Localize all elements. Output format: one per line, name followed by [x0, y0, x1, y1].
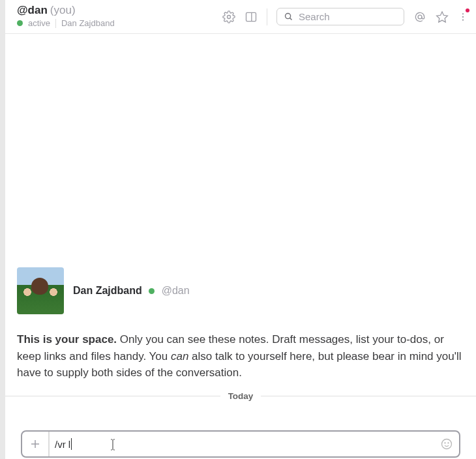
svg-point-9 [462, 19, 464, 20]
left-edge-strip [0, 0, 5, 459]
avatar [17, 267, 64, 314]
space-text-bold: This is your space. [17, 333, 117, 346]
app-frame: @dan (you) active Dan Zajdband Search [5, 0, 476, 459]
message-input-value: /vr l [55, 439, 70, 450]
space-text-italic: can [171, 350, 188, 363]
svg-point-13 [445, 443, 445, 443]
channel-header: @dan (you) active Dan Zajdband Search [5, 0, 476, 34]
search-icon [284, 12, 293, 22]
header-right: Search [222, 4, 468, 25]
mentions-icon[interactable] [413, 10, 426, 23]
message-area: Dan Zajdband @dan This is your space. On… [5, 34, 476, 459]
date-divider-label: Today [220, 391, 261, 401]
presence-dot-icon [149, 288, 155, 294]
channel-handle: @dan [17, 4, 48, 17]
text-cursor-icon [110, 438, 116, 451]
svg-line-4 [290, 18, 292, 20]
more-menu-icon[interactable] [458, 10, 468, 23]
svg-point-8 [462, 16, 464, 17]
self-space-description: This is your space. Only you can see the… [17, 331, 464, 381]
notification-badge-icon [466, 8, 469, 12]
svg-rect-1 [246, 12, 256, 21]
vertical-divider [267, 8, 267, 25]
header-left: @dan (you) active Dan Zajdband [17, 4, 222, 28]
svg-marker-6 [437, 12, 448, 22]
star-icon[interactable] [436, 10, 449, 23]
search-placeholder: Search [299, 11, 330, 22]
text-caret-icon [71, 438, 72, 450]
svg-point-12 [442, 439, 452, 449]
panel-toggle-icon[interactable] [245, 10, 258, 23]
date-divider: Today [5, 391, 476, 401]
gear-icon[interactable] [222, 10, 235, 23]
profile-name: Dan Zajdband [73, 285, 142, 296]
channel-title: @dan (you) [17, 4, 222, 17]
presence-dot-icon [17, 20, 23, 26]
svg-point-7 [462, 13, 464, 14]
svg-point-3 [286, 14, 291, 19]
svg-point-14 [448, 443, 449, 443]
message-input[interactable]: /vr l [50, 432, 434, 456]
channel-status-line: active Dan Zajdband [17, 18, 222, 28]
svg-point-0 [228, 15, 231, 18]
message-composer: /vr l [21, 430, 460, 458]
presence-status: active [28, 18, 50, 28]
emoji-button[interactable] [434, 432, 459, 456]
search-input[interactable]: Search [276, 8, 404, 25]
vertical-divider [55, 19, 56, 28]
svg-point-5 [418, 15, 422, 19]
attach-button[interactable] [22, 432, 50, 456]
profile-handle: @dan [162, 285, 190, 296]
header-full-name: Dan Zajdband [61, 18, 115, 28]
channel-you-suffix: (you) [50, 4, 76, 17]
self-profile-block: Dan Zajdband @dan [17, 267, 190, 314]
